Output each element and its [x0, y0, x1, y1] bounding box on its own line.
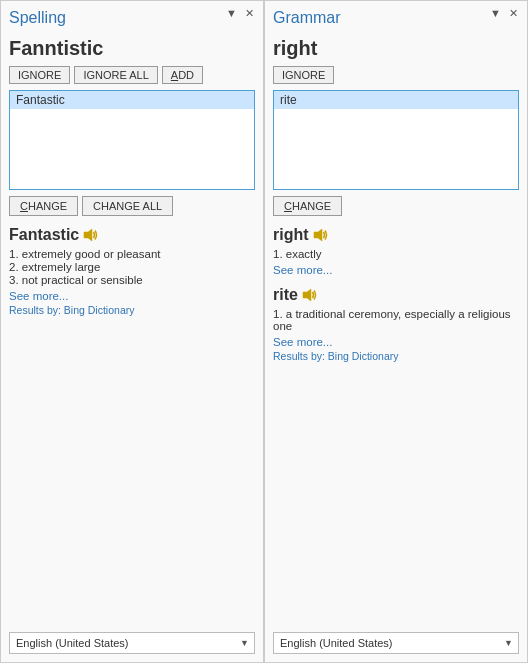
spelling-dictionary: Fantastic 1. extremely good or pleasant …: [9, 226, 255, 620]
spelling-word: Fanntistic: [9, 37, 255, 60]
spelling-change-all-btn[interactable]: CHANGE ALL: [82, 196, 173, 216]
grammar-action-buttons: IGNORE: [273, 66, 519, 84]
grammar-close-btn[interactable]: ✕: [506, 7, 521, 20]
grammar-see-more-1[interactable]: See more...: [273, 264, 519, 276]
grammar-suggestion-item[interactable]: rite: [274, 91, 518, 109]
grammar-ignore-btn[interactable]: IGNORE: [273, 66, 334, 84]
spelling-def-3: 3. not practical or sensible: [9, 274, 255, 286]
grammar-change-buttons: CHANGE: [273, 196, 519, 216]
grammar-language-select[interactable]: English (United States): [273, 632, 519, 654]
grammar-def-1-1: 1. exactly: [273, 248, 519, 260]
spelling-speaker-icon[interactable]: [83, 228, 99, 242]
spelling-close-btn[interactable]: ✕: [242, 7, 257, 20]
svg-marker-0: [84, 229, 92, 241]
add-label: ADD: [171, 69, 194, 81]
spelling-controls: ▼ ✕: [223, 7, 257, 20]
grammar-definitions-1: 1. exactly: [273, 248, 519, 260]
spelling-suggestion-item[interactable]: Fantastic: [10, 91, 254, 109]
grammar-see-more-2[interactable]: See more...: [273, 336, 519, 348]
grammar-panel-title: Grammar: [273, 9, 341, 27]
grammar-dictionary: right 1. exactly See more... rite: [273, 226, 519, 620]
grammar-minimize-btn[interactable]: ▼: [487, 7, 504, 20]
grammar-speaker-icon-1[interactable]: [313, 228, 329, 242]
spelling-panel: Spelling ▼ ✕ Fanntistic IGNORE IGNORE AL…: [0, 0, 264, 663]
grammar-suggestions-box[interactable]: rite: [273, 90, 519, 190]
change-label: CHANGE: [20, 200, 67, 212]
grammar-dict-word-1: right: [273, 226, 329, 244]
spelling-language-select[interactable]: English (United States): [9, 632, 255, 654]
grammar-change-btn[interactable]: CHANGE: [273, 196, 342, 216]
grammar-panel: Grammar ▼ ✕ right IGNORE rite CHANGE rig…: [264, 0, 528, 663]
grammar-results-by: Results by: Bing Dictionary: [273, 350, 519, 362]
spelling-results-by: Results by: Bing Dictionary: [9, 304, 255, 316]
spelling-add-btn[interactable]: ADD: [162, 66, 203, 84]
spelling-ignore-btn[interactable]: IGNORE: [9, 66, 70, 84]
change-all-label: CHANGE ALL: [93, 200, 162, 212]
spelling-see-more[interactable]: See more...: [9, 290, 255, 302]
spelling-language-wrapper: English (United States): [9, 632, 255, 654]
grammar-speaker-icon-2[interactable]: [302, 288, 318, 302]
spelling-ignore-all-btn[interactable]: IGNORE ALL: [74, 66, 157, 84]
spelling-def-2: 2. extremely large: [9, 261, 255, 273]
spelling-action-buttons: IGNORE IGNORE ALL ADD: [9, 66, 255, 84]
grammar-language-section: English (United States): [273, 626, 519, 654]
spelling-panel-title: Spelling: [9, 9, 66, 27]
grammar-dict-word-2: rite: [273, 286, 318, 304]
grammar-definitions-2: 1. a traditional ceremony, especially a …: [273, 308, 519, 332]
svg-marker-2: [303, 289, 311, 301]
grammar-def-2-1: 1. a traditional ceremony, especially a …: [273, 308, 519, 332]
spelling-dict-word: Fantastic: [9, 226, 99, 244]
spelling-change-btn[interactable]: CHANGE: [9, 196, 78, 216]
spelling-language-section: English (United States): [9, 626, 255, 654]
grammar-language-wrapper: English (United States): [273, 632, 519, 654]
svg-marker-1: [314, 229, 322, 241]
grammar-change-label: CHANGE: [284, 200, 331, 212]
grammar-controls: ▼ ✕: [487, 7, 521, 20]
spelling-change-buttons: CHANGE CHANGE ALL: [9, 196, 255, 216]
spelling-definitions: 1. extremely good or pleasant 2. extreme…: [9, 248, 255, 286]
grammar-panel-header: Grammar ▼ ✕: [273, 9, 519, 29]
spelling-panel-header: Spelling ▼ ✕: [9, 9, 255, 29]
spelling-def-1: 1. extremely good or pleasant: [9, 248, 255, 260]
spelling-minimize-btn[interactable]: ▼: [223, 7, 240, 20]
spelling-suggestions-box[interactable]: Fantastic: [9, 90, 255, 190]
grammar-word: right: [273, 37, 519, 60]
